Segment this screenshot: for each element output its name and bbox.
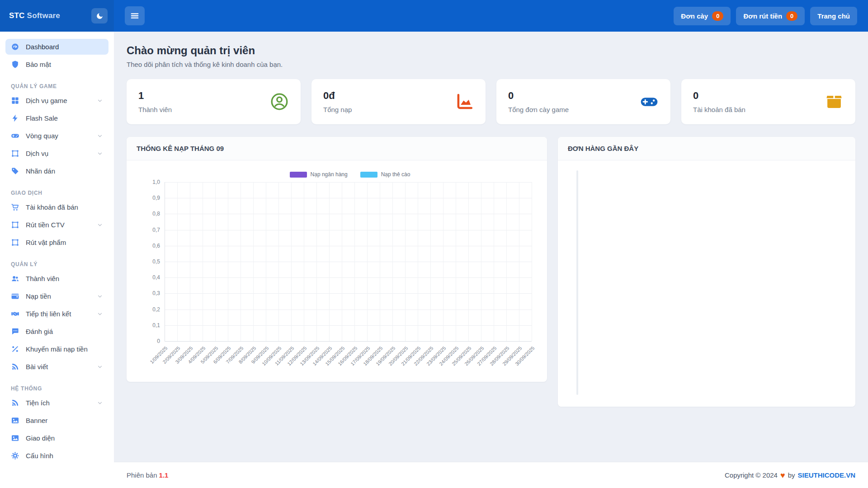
- gridline: [165, 325, 532, 326]
- sidebar-item-label: Thành viên: [26, 275, 59, 282]
- content-area: Chào mừng quản trị viên Theo dõi phân tí…: [114, 32, 868, 462]
- gridline: [165, 341, 532, 342]
- y-tick-label: 1,0: [152, 179, 160, 185]
- heart-icon: ♥: [780, 471, 785, 479]
- sidebar-item-label: Tài khoản đã bán: [26, 203, 78, 211]
- legend-swatch: [290, 172, 307, 178]
- topbar-button-label: Đơn rút tiền: [743, 12, 782, 20]
- gridline: [329, 182, 330, 341]
- sidebar-item-bai-viet[interactable]: Bài viết: [5, 359, 108, 375]
- sidebar-item-rut-tien-ctv[interactable]: Rút tiền CTV: [5, 217, 108, 233]
- sidebar-item-label: Nạp tiền: [26, 292, 51, 300]
- gridline: [165, 182, 165, 341]
- y-tick-label: 0,4: [152, 274, 160, 281]
- y-tick-label: 0,6: [152, 243, 160, 249]
- handshake-icon: [11, 310, 19, 318]
- sidebar-item-label: Tiếp thị liên kết: [26, 310, 71, 318]
- sidebar-section-title: HỆ THỐNG: [11, 385, 103, 392]
- chart-plot-area: 1,00,90,80,70,60,50,40,30,20,101/09/2025…: [165, 182, 532, 341]
- chevron-down-icon: [97, 133, 103, 139]
- legend-item-nap-ngan-hang[interactable]: Nạp ngân hàng: [290, 171, 348, 178]
- gridline: [506, 182, 507, 341]
- brand-name-bold: STC: [9, 11, 25, 20]
- moon-icon: [96, 12, 104, 20]
- gridline: [392, 182, 393, 341]
- recent-orders-panel: ĐƠN HÀNG GẦN ĐÂY: [558, 137, 855, 407]
- sidebar-item-dashboard[interactable]: Dashboard: [5, 39, 108, 55]
- stat-value: 1: [138, 90, 172, 102]
- y-tick-label: 0,8: [152, 211, 160, 217]
- topbar-button-don-cay[interactable]: Đơn cày0: [674, 7, 731, 25]
- sidebar-item-danh-gia[interactable]: Đánh giá: [5, 324, 108, 339]
- topbar: Đơn cày0Đơn rút tiền0Trang chủ: [114, 0, 868, 32]
- stats-row: 1Thành viên0đTổng nạp0Tổng đơn cày game0…: [127, 79, 855, 124]
- gridline: [177, 182, 178, 341]
- gridline: [367, 182, 368, 341]
- footer-by-text: by: [788, 471, 795, 479]
- sidebar-item-label: Vòng quay: [26, 132, 58, 140]
- legend-item-nap-the-cao[interactable]: Nạp thẻ cào: [360, 171, 410, 178]
- stat-value: 0: [693, 90, 745, 102]
- gauge-icon: [11, 42, 19, 51]
- sidebar-item-vong-quay[interactable]: Vòng quay: [5, 128, 108, 144]
- topbar-button-don-rut-tien[interactable]: Đơn rút tiền0: [736, 7, 805, 25]
- gridline: [165, 277, 532, 278]
- y-tick-label: 0,3: [152, 290, 160, 296]
- gridline: [494, 182, 494, 341]
- stat-card-tong-don-cay-game: 0Tổng đơn cày game: [496, 79, 670, 124]
- sidebar-section-title: QUẢN LÝ: [11, 261, 103, 267]
- gridline: [165, 246, 532, 246]
- gridline: [253, 182, 254, 341]
- gear-icon: [11, 451, 19, 460]
- sidebar-item-tiep-thi-lien-ket[interactable]: Tiếp thị liên kết: [5, 306, 108, 322]
- sidebar-item-label: Bài viết: [26, 363, 48, 371]
- image-icon: [11, 416, 19, 425]
- sidebar-item-dich-vu-game[interactable]: Dịch vụ game: [5, 93, 108, 108]
- topbar-actions: Đơn cày0Đơn rút tiền0Trang chủ: [674, 7, 857, 25]
- stat-card-tong-nap: 0đTổng nạp: [311, 79, 486, 124]
- sidebar-item-rut-vat-pham[interactable]: Rút vật phẩm: [5, 235, 108, 250]
- sidebar-item-thanh-vien[interactable]: Thành viên: [5, 271, 108, 286]
- gridline: [165, 262, 532, 262]
- sidebar-item-nhan-dan[interactable]: Nhãn dán: [5, 163, 108, 179]
- y-tick-label: 0,5: [152, 258, 160, 265]
- stat-card-text: 0đTổng nạp: [323, 90, 352, 113]
- sidebar-item-giao-dien[interactable]: Giao diện: [5, 430, 108, 446]
- gridline: [165, 310, 532, 310]
- chevron-down-icon: [97, 311, 103, 317]
- gridline: [165, 293, 532, 294]
- sidebar-item-tien-ich[interactable]: Tiện ích: [5, 395, 108, 411]
- chart-legend: Nạp ngân hàngNạp thẻ cào: [165, 171, 535, 178]
- footer: Phiên bản1.1 Copyright © 2024 ♥ by SIEUT…: [114, 462, 868, 488]
- sidebar-item-khuyen-mai-nap-tien[interactable]: Khuyến mãi nạp tiền: [5, 341, 108, 357]
- sidebar-item-banner[interactable]: Banner: [5, 413, 108, 428]
- sidebar-item-label: Giao diện: [26, 434, 55, 442]
- recent-orders-body: [558, 160, 855, 407]
- gridline: [266, 182, 266, 341]
- brand-logo: STCSoftware: [9, 11, 60, 20]
- orders-timeline-track: [576, 170, 578, 395]
- topbar-button-trang-chu[interactable]: Trang chủ: [810, 7, 857, 25]
- deposit-stats-title: THỐNG KÊ NẠP THÁNG 09: [127, 137, 547, 160]
- footer-site-link[interactable]: SIEUTHICODE.VN: [797, 471, 855, 479]
- menu-icon: [130, 11, 139, 20]
- stat-value: 0đ: [323, 90, 352, 102]
- y-tick-label: 0,2: [152, 306, 160, 313]
- sidebar-item-label: Dashboard: [26, 43, 59, 51]
- sidebar-item-dich-vu[interactable]: Dịch vụ: [5, 145, 108, 161]
- cart-icon: [11, 203, 19, 211]
- sidebar-item-tai-khoan-da-ban[interactable]: Tài khoản đã bán: [5, 199, 108, 215]
- footer-copyright-text: Copyright © 2024: [725, 471, 778, 479]
- sidebar-item-bao-mat[interactable]: Bảo mật: [5, 56, 108, 72]
- sidebar-item-cau-hinh[interactable]: Cấu hình: [5, 448, 108, 464]
- count-badge: 0: [712, 11, 723, 21]
- gridline: [354, 182, 355, 341]
- stat-card-thanh-vien: 1Thành viên: [127, 79, 301, 124]
- dark-mode-toggle[interactable]: [91, 8, 108, 23]
- sidebar-item-flash-sale[interactable]: Flash Sale: [5, 110, 108, 126]
- sidebar-toggle-button[interactable]: [125, 6, 145, 25]
- sidebar-header: STCSoftware: [0, 0, 114, 32]
- deposit-stats-panel: THỐNG KÊ NẠP THÁNG 09 Nạp ngân hàngNạp t…: [127, 137, 547, 382]
- page-title: Chào mừng quản trị viên: [127, 44, 855, 57]
- sidebar-item-nap-tien[interactable]: Nạp tiền: [5, 288, 108, 304]
